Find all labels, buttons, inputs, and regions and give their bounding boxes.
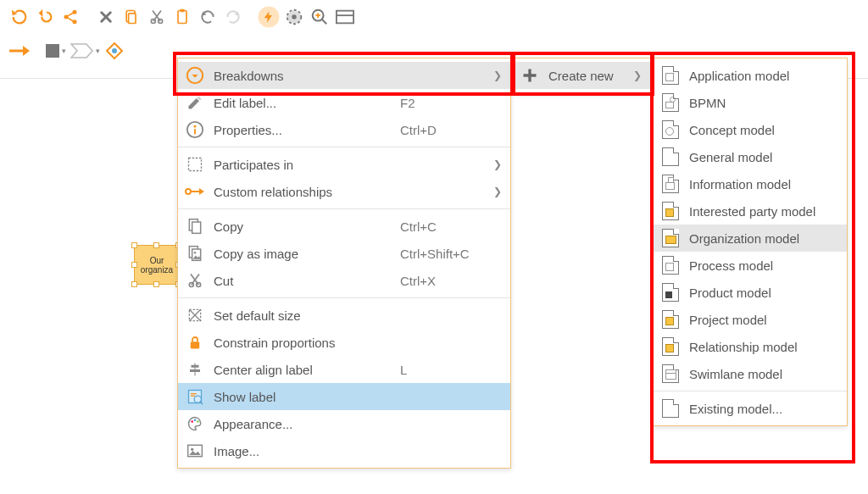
submenu-arrow-icon: ❯	[633, 69, 642, 81]
svg-point-16	[112, 48, 117, 53]
menu-item-custom-relationships[interactable]: Custom relationships❯	[178, 178, 510, 205]
svg-rect-4	[129, 14, 136, 24]
menu-item-hotkey: L	[400, 363, 493, 377]
refresh-icon[interactable]	[7, 5, 32, 29]
model-type-icon	[660, 147, 681, 166]
submenu-arrow-icon: ❯	[493, 69, 502, 81]
menu-item-label: Information model	[689, 177, 838, 191]
svg-point-43	[197, 420, 199, 423]
model-item-product-model[interactable]: Product model	[654, 279, 847, 306]
svg-rect-8	[181, 9, 185, 12]
menu-item-label: Set default size	[214, 308, 400, 323]
square-tool-icon[interactable]: ▾	[42, 39, 68, 63]
lock-icon	[185, 333, 205, 352]
svg-rect-12	[337, 11, 353, 24]
model-item-organization-model[interactable]: Organization model	[654, 225, 847, 252]
cut-icon[interactable]	[144, 5, 170, 29]
menu-item-copy[interactable]: CopyCtrl+C	[178, 213, 510, 240]
settings-icon[interactable]	[281, 5, 307, 29]
svg-point-28	[194, 252, 197, 254]
menu-item-label: Interested party model	[689, 204, 838, 219]
model-type-icon	[660, 337, 681, 356]
menu-item-center-align-label[interactable]: Center align labelL	[178, 356, 510, 383]
menu-item-hotkey: Ctrl+Shift+C	[400, 247, 493, 261]
clipboard-icon[interactable]	[170, 5, 195, 29]
model-item-swimlane-model[interactable]: Swimlane model	[654, 360, 847, 387]
defsize-icon	[185, 306, 205, 325]
chevron-tool-icon[interactable]: ▾	[68, 39, 102, 63]
svg-rect-15	[46, 44, 59, 58]
breakdowns-submenu[interactable]: Create new❯	[512, 58, 651, 93]
menu-item-cut[interactable]: CutCtrl+X	[178, 267, 510, 294]
model-item-process-model[interactable]: Process model	[654, 252, 847, 279]
model-item-existing-model[interactable]: Existing model...	[654, 395, 847, 422]
model-item-project-model[interactable]: Project model	[654, 306, 847, 333]
svg-point-41	[191, 420, 193, 423]
menu-item-label: Relationship model	[689, 340, 838, 354]
submenu-item-create-new[interactable]: Create new❯	[513, 62, 650, 89]
menu-item-image[interactable]: Image...	[178, 437, 510, 464]
model-item-bpmn[interactable]: BPMN	[654, 89, 847, 116]
diamond-tool-icon[interactable]	[102, 39, 127, 63]
menu-item-label: Existing model...	[689, 402, 838, 416]
layout-icon[interactable]	[332, 5, 358, 29]
submenu-arrow-icon: ❯	[493, 186, 502, 197]
close-icon[interactable]	[93, 5, 119, 29]
quick-action-icon[interactable]	[256, 5, 281, 29]
menu-item-label: Custom relationships	[214, 185, 400, 199]
paste-icon[interactable]	[119, 5, 144, 29]
model-type-icon	[660, 256, 681, 275]
menu-item-breakdowns[interactable]: Breakdowns❯	[178, 62, 510, 89]
context-menu[interactable]: Breakdowns❯Edit label...F2Properties...C…	[177, 58, 511, 469]
menu-item-label: Concept model	[689, 123, 838, 137]
menu-item-label: Application model	[689, 69, 838, 83]
menu-item-label: BPMN	[689, 96, 838, 110]
relarrow-icon	[185, 182, 205, 201]
menu-item-label: Product model	[689, 286, 838, 300]
menu-item-participates-in[interactable]: Participates in❯	[178, 151, 510, 178]
model-item-information-model[interactable]: Information model	[654, 170, 847, 197]
menu-item-label: Show label	[214, 390, 400, 404]
menu-item-label: Copy as image	[214, 247, 400, 261]
menu-item-label: Constrain proportions	[214, 336, 400, 350]
redo-icon[interactable]	[220, 5, 246, 29]
menu-item-show-label[interactable]: Show label	[178, 383, 510, 410]
center-icon	[185, 360, 205, 379]
model-type-icon	[660, 120, 681, 139]
menu-item-label: Process model	[689, 258, 838, 273]
model-type-icon	[660, 229, 681, 247]
svg-point-42	[194, 419, 197, 422]
model-item-interested-party-model[interactable]: Interested party model	[654, 197, 847, 225]
arrow-tool-icon[interactable]	[7, 39, 32, 63]
menu-item-hotkey: Ctrl+D	[400, 123, 493, 137]
menu-item-properties[interactable]: Properties...Ctrl+D	[178, 116, 510, 143]
model-item-application-model[interactable]: Application model	[654, 62, 847, 89]
undo-icon[interactable]	[195, 5, 220, 29]
share-icon[interactable]	[58, 5, 83, 29]
submenu-arrow-icon: ❯	[493, 158, 502, 170]
svg-point-45	[191, 448, 193, 451]
copy-icon	[185, 217, 205, 236]
menu-item-appearance[interactable]: Appearance...	[178, 410, 510, 437]
model-item-concept-model[interactable]: Concept model	[654, 116, 847, 143]
edit-icon	[185, 93, 205, 112]
cut-icon	[185, 271, 205, 290]
menu-item-edit-label[interactable]: Edit label...F2	[178, 89, 510, 116]
menu-item-copy-as-image[interactable]: Copy as imageCtrl+Shift+C	[178, 240, 510, 267]
menu-item-label: Image...	[214, 444, 400, 458]
model-type-icon	[660, 66, 681, 85]
model-item-relationship-model[interactable]: Relationship model	[654, 333, 847, 360]
image-icon	[185, 441, 205, 460]
model-type-icon	[660, 283, 681, 302]
menu-item-constrain-proportions[interactable]: Constrain proportions	[178, 329, 510, 356]
undo-arrow-icon[interactable]	[32, 5, 58, 29]
shape-label: Our organiza	[135, 256, 179, 275]
svg-point-19	[194, 125, 197, 128]
svg-rect-25	[192, 222, 201, 233]
menu-item-label: Project model	[689, 313, 838, 327]
zoom-icon[interactable]	[307, 5, 332, 29]
model-item-general-model[interactable]: General model	[654, 143, 847, 170]
menu-item-set-default-size[interactable]: Set default size	[178, 302, 510, 329]
menu-item-label: Center align label	[214, 363, 400, 377]
create-new-submenu[interactable]: Application modelBPMNConcept modelGenera…	[653, 58, 848, 426]
